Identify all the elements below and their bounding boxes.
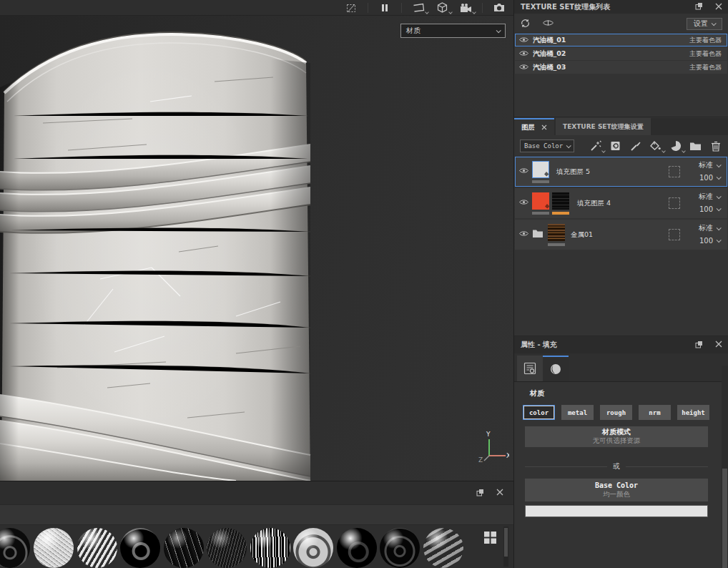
eye-icon[interactable] <box>519 50 528 58</box>
mask-placeholder[interactable] <box>669 229 680 240</box>
layer-row[interactable]: 金属01 标准 100 <box>515 220 727 250</box>
opacity-dropdown[interactable]: 100 <box>699 174 720 182</box>
texture-set-row[interactable]: 汽油桶_03 主要着色器 <box>515 61 727 74</box>
grid-view-icon[interactable] <box>484 532 496 545</box>
tab-texture-set-settings[interactable]: TEXTURE SET纹理集设置 <box>556 118 651 135</box>
fill-badge-icon <box>544 203 551 211</box>
close-icon[interactable] <box>496 489 503 497</box>
material-thumbnail[interactable] <box>120 528 160 568</box>
display-mode-icon[interactable] <box>411 2 426 14</box>
channel-height-button[interactable]: height <box>677 405 709 420</box>
channel-rough-button[interactable]: rough <box>600 405 632 420</box>
material-thumbnail[interactable] <box>337 528 377 568</box>
paint-bucket-icon[interactable] <box>649 139 662 152</box>
group-thumbnail[interactable] <box>548 224 565 241</box>
shader-label: 主要着色器 <box>689 49 722 59</box>
close-icon[interactable] <box>541 124 547 132</box>
close-icon[interactable] <box>715 341 722 349</box>
blend-mode-dropdown[interactable]: 标准 <box>699 160 720 170</box>
layer-row[interactable]: 填充图层 5 标准 100 <box>515 157 727 187</box>
blend-mode-dropdown[interactable]: 标准 <box>699 192 720 202</box>
channel-color-button[interactable]: color <box>523 405 555 420</box>
layer-thumbnail[interactable] <box>532 192 549 210</box>
chevron-down-icon <box>717 225 722 230</box>
channel-nrm-button[interactable]: nrm <box>639 405 671 420</box>
base-color-button[interactable]: Base Color 均一颜色 <box>525 479 708 501</box>
layer-name: 填充图层 5 <box>556 167 590 177</box>
material-thumbnail[interactable] <box>423 528 463 568</box>
delete-icon[interactable] <box>709 139 722 152</box>
geometry-icon[interactable] <box>435 2 449 14</box>
tab-layer-settings[interactable] <box>517 356 543 381</box>
material-mode-title: 材质模式 <box>525 428 708 436</box>
layer-thumbnail[interactable] <box>532 161 549 178</box>
material-thumbnail[interactable] <box>0 528 30 568</box>
texture-set-name: 汽油桶_03 <box>533 63 566 72</box>
smart-material-icon[interactable] <box>669 139 682 152</box>
material-mode-button[interactable]: 材质模式 无可供选择资源 <box>525 426 708 447</box>
texture-set-name: 汽油桶_01 <box>533 36 566 45</box>
eye-icon[interactable] <box>519 199 528 207</box>
or-divider: 或 <box>525 461 708 471</box>
mask-thumbnail[interactable] <box>552 192 569 210</box>
tab-material-properties[interactable] <box>543 356 569 381</box>
layer-channel-bar <box>532 212 549 215</box>
eye-icon[interactable] <box>519 36 528 44</box>
add-group-icon[interactable] <box>689 139 702 152</box>
tab-layers-label: 图层 <box>521 123 535 132</box>
texture-set-row[interactable]: 汽油桶_01 主要着色器 <box>515 34 727 46</box>
chevron-down-icon <box>682 149 686 153</box>
blend-mode-dropdown[interactable]: 标准 <box>699 223 720 233</box>
mask-placeholder[interactable] <box>669 166 680 177</box>
add-paint-layer-icon[interactable] <box>629 139 642 152</box>
eye-icon[interactable] <box>543 19 554 28</box>
eye-icon[interactable] <box>519 230 528 238</box>
camera-icon[interactable] <box>458 2 473 14</box>
deselect-icon[interactable] <box>344 2 358 14</box>
mask-placeholder[interactable] <box>669 197 680 209</box>
oil-drum-render <box>0 16 513 481</box>
material-thumbnail[interactable] <box>293 528 333 568</box>
channel-metal-button[interactable]: metal <box>561 405 594 420</box>
undock-icon[interactable] <box>695 341 703 350</box>
close-icon[interactable] <box>715 3 722 11</box>
properties-tabbar <box>514 353 728 382</box>
chevron-down-icon <box>712 21 717 26</box>
shading-mode-label: 材质 <box>406 26 420 36</box>
axis-y-label: Y <box>486 431 491 438</box>
eye-icon[interactable] <box>519 167 528 175</box>
tab-layers[interactable]: 图层 <box>514 118 554 135</box>
settings-button[interactable]: 设置 <box>687 18 722 30</box>
screenshot-icon[interactable] <box>492 2 506 14</box>
material-thumbnail[interactable] <box>34 528 74 568</box>
undock-icon[interactable] <box>695 2 703 11</box>
channel-filter-dropdown[interactable]: Base Color <box>520 139 574 152</box>
material-thumbnail[interactable] <box>77 528 117 568</box>
axis-gizmo[interactable]: Y X Z <box>478 429 509 468</box>
chevron-down-icon <box>717 175 722 180</box>
layer-channel-bar <box>548 243 565 246</box>
sync-icon[interactable] <box>520 18 531 30</box>
material-thumbnail[interactable] <box>164 528 204 568</box>
undock-icon[interactable] <box>476 489 484 498</box>
layer-name: 金属01 <box>571 230 593 240</box>
material-thumbnail[interactable] <box>250 528 290 568</box>
shelf-scrollbar[interactable] <box>503 527 508 567</box>
pause-icon[interactable] <box>378 2 392 14</box>
layer-row[interactable]: 填充图层 4 标准 100 <box>515 188 727 218</box>
properties-scrollbar[interactable] <box>722 366 728 568</box>
material-thumbnail[interactable] <box>207 528 247 568</box>
texture-set-row[interactable]: 汽油桶_02 主要着色器 <box>515 47 727 60</box>
add-fill-layer-icon[interactable] <box>609 139 622 152</box>
shelf-filter-bar[interactable] <box>0 504 513 525</box>
add-effect-icon[interactable] <box>589 139 602 152</box>
viewport-canvas[interactable]: 材质 Y X Z <box>0 16 513 481</box>
opacity-dropdown[interactable]: 100 <box>699 237 720 245</box>
material-thumbnail[interactable] <box>380 528 420 568</box>
color-swatch[interactable] <box>525 505 708 517</box>
opacity-value: 100 <box>699 205 713 213</box>
eye-icon[interactable] <box>519 64 528 72</box>
toolbar-separator <box>401 3 402 13</box>
opacity-dropdown[interactable]: 100 <box>699 205 720 213</box>
shading-mode-dropdown[interactable]: 材质 <box>400 24 506 38</box>
